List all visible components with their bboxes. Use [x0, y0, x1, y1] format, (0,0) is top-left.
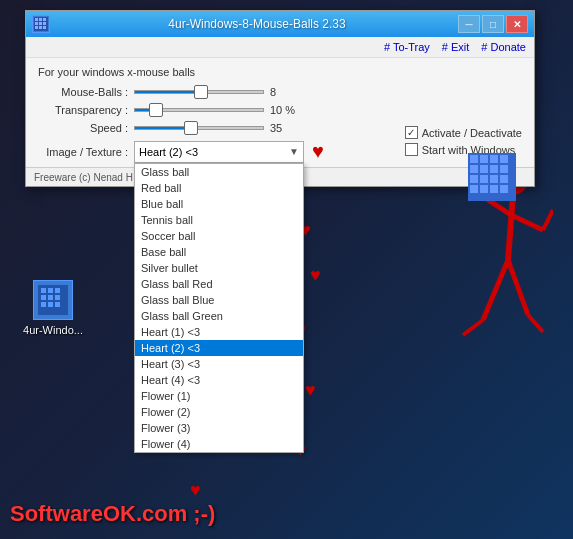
dropdown-item[interactable]: Heart (1) <3 [135, 324, 303, 340]
svg-rect-37 [500, 165, 508, 173]
svg-rect-31 [480, 155, 488, 163]
dropdown-selected-text: Heart (2) <3 [139, 146, 198, 158]
menu-exit[interactable]: # Exit [442, 41, 470, 53]
svg-rect-34 [470, 165, 478, 173]
svg-rect-20 [35, 18, 38, 21]
restore-button[interactable]: □ [482, 15, 504, 33]
mouse-balls-row: Mouse-Balls : 8 [38, 86, 522, 98]
desktop-icon[interactable]: 4ur-Windo... [18, 280, 88, 336]
mouse-balls-slider[interactable] [134, 90, 264, 94]
svg-rect-39 [480, 175, 488, 183]
menu-bar: # To-Tray # Exit # Donate [26, 37, 534, 58]
dropdown-item[interactable]: Heart (4) <3 [135, 372, 303, 388]
svg-rect-25 [43, 22, 46, 25]
activate-label: Activate / Deactivate [422, 127, 522, 139]
transparency-label: Transparency : [38, 104, 128, 116]
image-texture-label: Image / Texture : [38, 146, 128, 158]
menu-donate[interactable]: # Donate [481, 41, 526, 53]
dropdown-item[interactable]: Red ball [135, 180, 303, 196]
mouse-balls-value: 8 [270, 86, 295, 98]
desktop-icon-label: 4ur-Windo... [23, 324, 83, 336]
transparency-value: 10 % [270, 104, 295, 116]
minimize-button[interactable]: ─ [458, 15, 480, 33]
svg-rect-5 [48, 295, 53, 300]
svg-line-13 [511, 215, 543, 230]
dropdown-item[interactable]: Blue ball [135, 196, 303, 212]
section-title: For your windows x-mouse balls [38, 66, 522, 78]
svg-line-18 [543, 210, 553, 230]
speed-thumb[interactable] [184, 121, 198, 135]
dropdown-select[interactable]: Heart (2) <3 ▼ [134, 141, 304, 163]
dropdown-item[interactable]: Glass ball Blue [135, 292, 303, 308]
speed-value: 35 [270, 122, 295, 134]
dropdown-item[interactable]: Tennis ball [135, 212, 303, 228]
svg-rect-24 [39, 22, 42, 25]
svg-rect-22 [43, 18, 46, 21]
svg-rect-32 [490, 155, 498, 163]
window-title: 4ur-Windows-8-Mouse-Balls 2.33 [56, 17, 458, 31]
svg-rect-27 [39, 26, 42, 29]
speed-slider-container: 35 [134, 122, 295, 134]
chevron-down-icon: ▼ [289, 146, 299, 157]
dropdown-item[interactable]: Heart (3) <3 [135, 356, 303, 372]
grid-icon [468, 153, 516, 201]
mouse-balls-slider-container: 8 [134, 86, 295, 98]
menu-to-tray[interactable]: # To-Tray [384, 41, 430, 53]
dropdown-wrapper: Heart (2) <3 ▼ Glass ballRed ballBlue ba… [134, 141, 304, 163]
activate-row: Activate / Deactivate [405, 126, 522, 139]
svg-rect-35 [480, 165, 488, 173]
dropdown-item[interactable]: Base ball [135, 244, 303, 260]
heart-2: ♥ [310, 265, 321, 286]
mouse-balls-label: Mouse-Balls : [38, 86, 128, 98]
dropdown-item[interactable]: Glass ball [135, 164, 303, 180]
window-controls: ─ □ ✕ [458, 15, 528, 33]
svg-rect-21 [39, 18, 42, 21]
dropdown-item[interactable]: Flower (4) [135, 436, 303, 452]
svg-rect-41 [500, 175, 508, 183]
dropdown-item[interactable]: Glass ball Red [135, 276, 303, 292]
svg-rect-42 [470, 185, 478, 193]
svg-rect-30 [470, 155, 478, 163]
svg-line-11 [508, 195, 513, 260]
desktop-icon-image [33, 280, 73, 320]
svg-rect-33 [500, 155, 508, 163]
dropdown-item[interactable]: Heart (2) <3 [135, 340, 303, 356]
svg-line-17 [528, 315, 543, 332]
svg-rect-3 [55, 288, 60, 293]
svg-rect-2 [48, 288, 53, 293]
activate-checkbox[interactable] [405, 126, 418, 139]
dropdown-item[interactable]: Soccer ball [135, 228, 303, 244]
dropdown-item[interactable]: Silver bullet [135, 260, 303, 276]
mouse-balls-thumb[interactable] [194, 85, 208, 99]
svg-rect-45 [500, 185, 508, 193]
transparency-slider[interactable] [134, 108, 264, 112]
svg-rect-44 [490, 185, 498, 193]
desktop: 4ur-Windo... ♥ ♥ ♥ ♥ ♥ ♥ SoftwareOK.com … [0, 0, 573, 539]
app-icon [32, 15, 50, 33]
dropdown-item[interactable]: Flower (3) [135, 420, 303, 436]
svg-rect-40 [490, 175, 498, 183]
svg-rect-4 [41, 295, 46, 300]
softwareok-label: SoftwareOK.com ;-) [10, 501, 215, 527]
svg-rect-36 [490, 165, 498, 173]
svg-rect-9 [55, 302, 60, 307]
speed-label: Speed : [38, 122, 128, 134]
speed-slider[interactable] [134, 126, 264, 130]
transparency-thumb[interactable] [149, 103, 163, 117]
dropdown-item[interactable]: Glass ball Green [135, 308, 303, 324]
dropdown-item[interactable]: Flower (2) [135, 404, 303, 420]
svg-rect-23 [35, 22, 38, 25]
svg-rect-38 [470, 175, 478, 183]
dropdown-item[interactable]: Flower (1) [135, 388, 303, 404]
heart-dropdown: ♥ [312, 140, 324, 163]
heart-6: ♥ [190, 480, 201, 501]
svg-line-15 [508, 260, 528, 315]
content-area: For your windows x-mouse balls Mouse-Bal… [26, 58, 534, 167]
transparency-row: Transparency : 10 % [38, 104, 522, 116]
svg-line-14 [483, 260, 508, 320]
svg-rect-28 [43, 26, 46, 29]
close-button[interactable]: ✕ [506, 15, 528, 33]
mouse-balls-track [135, 91, 203, 93]
windows-checkbox[interactable] [405, 143, 418, 156]
dropdown-list: Glass ballRed ballBlue ballTennis ballSo… [134, 163, 304, 453]
